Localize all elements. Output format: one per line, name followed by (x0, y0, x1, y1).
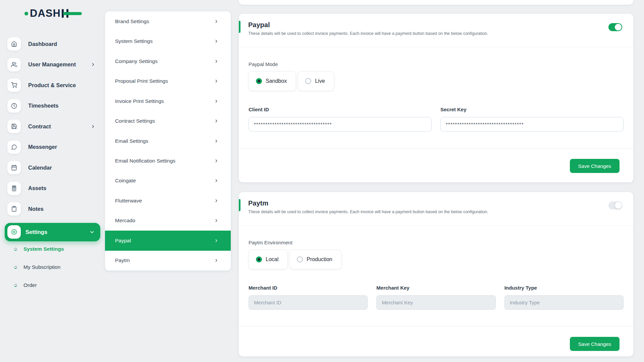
home-icon (11, 41, 17, 47)
icon-tile (7, 161, 21, 174)
sidebar-subitem-label: Order (23, 282, 37, 288)
sidebar-subitem-my-subscription[interactable]: My Subscription (0, 262, 105, 273)
chevron-right-icon (214, 178, 219, 183)
client-id-input[interactable] (249, 117, 432, 131)
chevron-down-icon (89, 229, 95, 235)
settings-menu-item-email-notification-settings[interactable]: Email Notification Settings (105, 151, 231, 171)
paytm-toggle[interactable] (608, 201, 622, 209)
paytm-fields: Merchant IDMerchant KeyIndustry Type (249, 285, 624, 310)
settings-menu-item-label: Proposal Print Settings (115, 78, 214, 84)
paypal-save-button[interactable]: Save Changes (570, 159, 620, 173)
paypal-toggle[interactable] (608, 23, 622, 31)
settings-menu-item-paytm[interactable]: Paytm (105, 251, 231, 270)
sidebar-item-messenger[interactable]: Messenger (7, 140, 100, 154)
sidebar-subitem-order[interactable]: Order (0, 280, 105, 291)
settings-menu-item-contract-settings[interactable]: Contract Settings (105, 111, 231, 131)
settings-menu-item-brand-settings[interactable]: Brand Settings (105, 11, 231, 31)
sidebar-subitem-system-settings[interactable]: System Settings (0, 244, 105, 254)
chevron-right-icon (214, 198, 219, 203)
sidebar-item-timesheets[interactable]: Timesheets (7, 99, 100, 113)
chevron-right-icon (214, 159, 219, 163)
radio-selected-icon[interactable] (256, 78, 262, 84)
radio-option-label: Local (266, 256, 278, 262)
sidebar-item-label: Dashboard (28, 41, 100, 47)
cart-icon (11, 82, 17, 88)
settings-menu-item-label: Contract Settings (115, 118, 214, 124)
settings-menu-item-proposal-print-settings[interactable]: Proposal Print Settings (105, 71, 231, 91)
sidebar-item-label: User Management (28, 61, 91, 68)
bullet-icon (14, 248, 17, 251)
settings-menu-panel: Brand SettingsSystem SettingsCompany Set… (105, 11, 231, 270)
sidebar-item-notes[interactable]: Notes (7, 202, 100, 216)
sidebar-item-contract[interactable]: Contract (7, 120, 100, 133)
radio-option-label: Live (315, 78, 325, 84)
sidebar-item-label: Notes (28, 206, 100, 212)
sidebar-subitem-label: System Settings (23, 246, 64, 252)
sidebar-nav: DashboardUser ManagementProduct & Servic… (0, 37, 105, 246)
settings-menu-item-label: Paypal (115, 238, 214, 244)
paypal-radio-option-sandbox[interactable]: Sandbox (249, 71, 296, 91)
settings-menu-item-company-settings[interactable]: Company Settings (105, 51, 231, 71)
paytm-radio-option-production[interactable]: Production (289, 250, 341, 269)
settings-menu-item-invoice-print-settings[interactable]: Invoice Print Settings (105, 91, 231, 111)
sidebar-item-assets[interactable]: Assets (7, 182, 100, 195)
paytm-field-industry-type: Industry Type (504, 285, 624, 310)
main-content: Paypal These details will be used to col… (239, 0, 633, 362)
field-label: Industry Type (504, 285, 624, 291)
chevron-right-icon (214, 119, 219, 123)
chevron-right-icon (91, 62, 96, 67)
settings-menu-item-label: Mercado (115, 218, 214, 224)
sidebar-subnav: System SettingsMy SubscriptionOrder (0, 244, 105, 298)
settings-menu-item-flutterwave[interactable]: Flutterwave (105, 191, 231, 210)
calendar-icon (11, 165, 17, 171)
secret-key-input[interactable] (440, 117, 624, 131)
sidebar-item-calendar[interactable]: Calendar (7, 161, 100, 174)
sidebar-item-product-service[interactable]: Product & Service (7, 78, 100, 92)
field-label: Merchant ID (249, 285, 368, 291)
contract-icon (11, 123, 17, 129)
sidebar-item-dashboard[interactable]: Dashboard (7, 37, 100, 51)
chevron-right-icon (214, 39, 219, 44)
paypal-radio-option-live[interactable]: Live (298, 71, 334, 91)
sidebar-item-label: Settings (25, 229, 89, 235)
radio-selected-icon[interactable] (256, 256, 262, 262)
sidebar: DASH DashboardUser ManagementProduct & S… (0, 0, 105, 362)
sidebar-item-user-management[interactable]: User Management (7, 58, 100, 71)
settings-menu-item-coingate[interactable]: Coingate (105, 171, 231, 191)
app-logo: DASH (24, 7, 82, 19)
bullet-icon (14, 266, 17, 269)
paytm-radio-option-local[interactable]: Local (249, 250, 287, 269)
icon-tile (7, 202, 21, 216)
icon-tile (7, 78, 21, 92)
paytm-description: These details will be used to collect in… (248, 209, 488, 214)
merchant-id-input[interactable] (249, 295, 368, 310)
paytm-title: Paytm (248, 199, 268, 207)
sidebar-item-label: Timesheets (28, 103, 100, 109)
settings-menu-item-label: System Settings (115, 38, 214, 44)
settings-menu-item-paypal[interactable]: Paypal (105, 231, 231, 250)
settings-menu-item-email-settings[interactable]: Email Settings (105, 131, 231, 151)
paytm-environment-options: LocalProduction (249, 250, 341, 269)
radio-unselected-icon[interactable] (297, 256, 303, 262)
paypal-title: Paypal (248, 21, 270, 29)
radio-unselected-icon[interactable] (305, 78, 311, 84)
settings-menu-item-system-settings[interactable]: System Settings (105, 31, 231, 51)
paytm-card: Paytm These details will be used to coll… (239, 192, 633, 356)
chevron-right-icon (214, 218, 219, 223)
paytm-save-button[interactable]: Save Changes (570, 337, 620, 351)
sidebar-subitem-label: My Subscription (23, 264, 60, 270)
sidebar-item-settings[interactable]: Settings (5, 223, 100, 241)
icon-tile (7, 182, 21, 195)
chevron-right-icon (214, 99, 219, 104)
paypal-field-client-id: Client ID (249, 107, 432, 131)
merchant-key-input[interactable] (376, 295, 495, 310)
settings-menu-item-label: Email Notification Settings (115, 158, 214, 164)
sidebar-item-label: Product & Service (28, 82, 100, 88)
logo-text: DASH (30, 7, 61, 19)
industry-type-input[interactable] (504, 295, 624, 310)
paypal-card: Paypal These details will be used to col… (239, 14, 633, 182)
divider (239, 47, 633, 47)
settings-menu-item-label: Invoice Print Settings (115, 98, 214, 104)
chevron-right-icon (214, 79, 219, 83)
settings-menu-item-mercado[interactable]: Mercado (105, 211, 231, 231)
